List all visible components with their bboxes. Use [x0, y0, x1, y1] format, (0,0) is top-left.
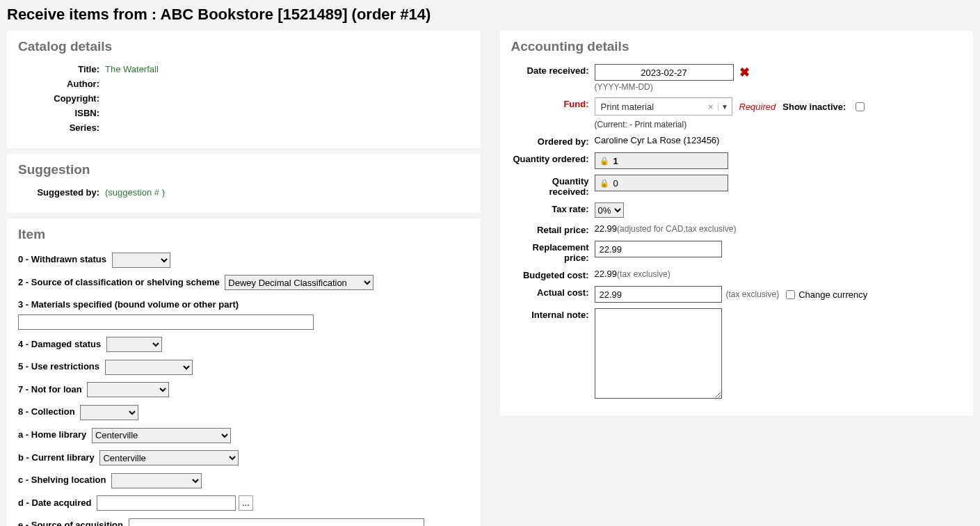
tax-rate-select[interactable]: 0%: [595, 202, 624, 218]
suggestion-panel: Suggestion Suggested by: (suggestion # ): [7, 154, 481, 213]
catalog-isbn-label: ISBN:: [18, 108, 105, 118]
fund-select-value: Print material: [595, 102, 704, 112]
ordered-by-value: Caroline Cyr La Rose (123456): [595, 135, 720, 145]
qty-received-label: Quantity received:: [511, 175, 595, 197]
catalog-title-label: Title:: [18, 64, 105, 74]
page-title: Receive items from : ABC Bookstore [1521…: [7, 6, 973, 24]
internal-note-label: Internal note:: [511, 308, 595, 320]
actual-cost-input[interactable]: [595, 286, 722, 303]
catalog-panel: Catalog details Title: The Waterfall Aut…: [7, 31, 481, 148]
catalog-author-label: Author:: [18, 79, 105, 89]
retail-price-note: (adjusted for CAD,tax exclusive): [617, 224, 736, 234]
chevron-down-icon[interactable]: ▼: [718, 103, 732, 111]
date-acquired-input[interactable]: [97, 495, 236, 511]
change-currency-label: Change currency: [798, 289, 867, 300]
fund-select[interactable]: Print material × ▼: [595, 97, 732, 115]
ordered-by-label: Ordered by:: [511, 135, 595, 147]
date-received-hint: (YYYY-MM-DD): [595, 82, 750, 92]
not-for-loan-select[interactable]: [87, 382, 169, 397]
fund-clear-icon[interactable]: ×: [704, 102, 718, 112]
change-currency-checkbox[interactable]: [786, 290, 795, 299]
shelving-location-select[interactable]: [111, 473, 202, 488]
replacement-price-input[interactable]: [595, 241, 722, 257]
show-inactive-label: Show inactive:: [782, 102, 846, 112]
qty-ordered-label: Quantity ordered:: [511, 152, 595, 164]
fund-current-hint: (Current: - Print material): [595, 120, 867, 129]
use-restrictions-select[interactable]: [105, 360, 193, 375]
retail-price-label: Retail price:: [511, 223, 595, 235]
materials-specified-label: 3 - Materials specified (bound volume or…: [18, 297, 467, 312]
show-inactive-checkbox[interactable]: [856, 102, 865, 111]
fund-required-tag: Required: [739, 102, 776, 112]
home-library-label: a - Home library: [18, 429, 86, 440]
classification-source-label: 2 - Source of classification or shelving…: [18, 277, 220, 287]
retail-price-value: 22.99: [595, 223, 618, 234]
actual-cost-note: (tax exclusive): [726, 289, 780, 299]
catalog-title-link[interactable]: The Waterfall: [105, 64, 159, 74]
qty-received-field: 🔒 0: [595, 175, 728, 191]
clear-date-icon[interactable]: ✖: [739, 66, 750, 79]
collection-label: 8 - Collection: [18, 406, 75, 417]
not-for-loan-label: 7 - Not for loan: [18, 384, 82, 394]
current-library-label: b - Current library: [18, 452, 95, 463]
tax-rate-label: Tax rate:: [511, 202, 595, 214]
withdrawn-status-label: 0 - Withdrawn status: [18, 254, 106, 264]
replacement-price-label: Replacement price:: [511, 241, 595, 263]
actual-cost-label: Actual cost:: [511, 286, 595, 298]
catalog-copyright-label: Copyright:: [18, 93, 105, 104]
use-restrictions-label: 5 - Use restrictions: [18, 361, 99, 372]
withdrawn-status-select[interactable]: [112, 253, 170, 268]
budgeted-cost-label: Budgeted cost:: [511, 269, 595, 280]
source-acquisition-input[interactable]: [129, 518, 424, 526]
budgeted-cost-note: (tax exclusive): [617, 269, 670, 279]
current-library-select[interactable]: Centerville: [99, 450, 239, 465]
date-received-label: Date received:: [511, 64, 595, 76]
lock-icon: 🔒: [600, 179, 609, 188]
damaged-status-select[interactable]: [106, 337, 162, 352]
collection-select[interactable]: [80, 405, 138, 420]
accounting-panel: Accounting details Date received: ✖ (YYY…: [500, 31, 974, 415]
item-heading: Item: [18, 227, 469, 242]
damaged-status-label: 4 - Damaged status: [18, 339, 101, 349]
date-acquired-label: d - Date acquired: [18, 497, 91, 508]
qty-ordered-field: 🔒 1: [595, 152, 728, 169]
item-panel: Item 0 - Withdrawn status 2 - Source of …: [7, 218, 481, 526]
date-received-input[interactable]: [595, 64, 734, 81]
catalog-heading: Catalog details: [18, 39, 469, 54]
shelving-location-label: c - Shelving location: [18, 475, 106, 485]
qty-ordered-value: 1: [613, 156, 618, 166]
classification-source-select[interactable]: Dewey Decimal Classification: [225, 275, 373, 290]
suggestion-by-label: Suggested by:: [18, 187, 105, 198]
home-library-select[interactable]: Centerville: [92, 428, 231, 443]
materials-specified-input[interactable]: [18, 314, 314, 330]
accounting-heading: Accounting details: [511, 39, 963, 54]
lock-icon: 🔒: [600, 157, 609, 166]
qty-received-value: 0: [613, 178, 618, 189]
date-acquired-picker-button[interactable]: ...: [239, 495, 253, 511]
source-acquisition-label: e - Source of acquisition: [18, 520, 123, 526]
catalog-series-label: Series:: [18, 122, 105, 133]
suggestion-heading: Suggestion: [18, 162, 469, 177]
suggestion-link[interactable]: (suggestion # ): [105, 187, 165, 198]
budgeted-cost-value: 22.99: [595, 269, 618, 279]
fund-label: Fund:: [511, 97, 595, 109]
internal-note-textarea[interactable]: [595, 308, 722, 399]
